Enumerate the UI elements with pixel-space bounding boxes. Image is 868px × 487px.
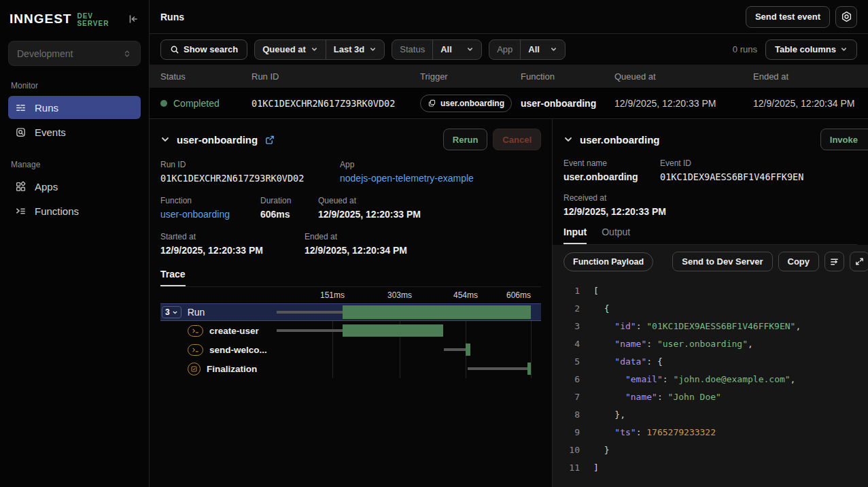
span-duration-bar[interactable] bbox=[343, 324, 443, 337]
copy-button[interactable]: Copy bbox=[778, 252, 820, 271]
sidebar-item-functions[interactable]: Functions bbox=[8, 199, 141, 222]
run-id-value: 01KC1DEXCHR2N617Z93RK0VD02 bbox=[251, 98, 420, 109]
app-link[interactable]: nodejs-open-telemetry-example bbox=[340, 173, 541, 184]
cancel-button[interactable]: Cancel bbox=[493, 129, 541, 150]
expand-button[interactable] bbox=[850, 252, 868, 271]
rerun-button[interactable]: Rerun bbox=[443, 129, 488, 150]
page-title: Runs bbox=[160, 12, 184, 22]
code-line: 10 } bbox=[562, 441, 868, 459]
invoke-button[interactable]: Invoke bbox=[820, 129, 868, 150]
run-id-label: Run ID bbox=[160, 160, 340, 169]
sidebar-item-apps[interactable]: Apps bbox=[8, 175, 141, 198]
span-duration-bar[interactable] bbox=[343, 305, 531, 319]
trace-row-finalization[interactable]: Finalization bbox=[160, 359, 541, 378]
word-wrap-button[interactable] bbox=[824, 252, 844, 271]
time-range-dropdown[interactable]: Last 3d bbox=[326, 40, 385, 59]
functions-icon bbox=[15, 205, 27, 217]
queued-at-label: Queued at bbox=[318, 196, 541, 205]
tab-trace[interactable]: Trace bbox=[160, 269, 186, 286]
send-to-dev-server-button[interactable]: Send to Dev Server bbox=[672, 252, 772, 271]
chevron-down-icon bbox=[311, 46, 318, 53]
code-line: 6 "email": "john.doe@example.com", bbox=[562, 371, 868, 388]
send-test-event-button[interactable]: Send test event bbox=[746, 6, 830, 28]
sidebar-item-label: Runs bbox=[35, 102, 58, 114]
received-at-value: 12/9/2025, 12:20:33 PM bbox=[563, 206, 857, 217]
code-line: 3 "id": "01KC1DEX9AESS6BF1V46FFK9EN", bbox=[562, 318, 868, 335]
run-status-cell: Completed bbox=[160, 98, 251, 109]
step-terminal-icon bbox=[188, 344, 203, 356]
finalization-icon bbox=[188, 363, 201, 375]
maximize-icon bbox=[854, 256, 865, 267]
chevron-down-icon bbox=[369, 46, 377, 53]
table-columns-button[interactable]: Table columns bbox=[765, 39, 857, 60]
status-filter-dropdown[interactable]: All bbox=[432, 40, 481, 59]
trace-tick-label: 303ms bbox=[387, 290, 412, 300]
details-area: user-onboarding Rerun Cancel Run ID 01KC… bbox=[150, 119, 868, 487]
collapse-run-details-icon[interactable] bbox=[160, 135, 170, 144]
show-search-button[interactable]: Show search bbox=[160, 39, 247, 60]
trace-row-run[interactable]: 3Run bbox=[160, 303, 541, 321]
workspace-select[interactable]: Development bbox=[8, 41, 141, 66]
span-duration-bar[interactable] bbox=[527, 363, 531, 375]
span-duration-bar[interactable] bbox=[466, 343, 470, 356]
step-count-badge[interactable]: 3 bbox=[162, 306, 181, 318]
unfold-icon bbox=[122, 49, 132, 58]
app-filter-dropdown[interactable]: All bbox=[520, 40, 565, 59]
trace-row-label: Finalization bbox=[207, 364, 257, 374]
duration-value: 606ms bbox=[260, 209, 318, 220]
tab-input[interactable]: Input bbox=[563, 226, 587, 244]
external-link-icon[interactable] bbox=[264, 135, 275, 145]
word-wrap-icon bbox=[829, 256, 839, 267]
app-root: INNGEST DEV SERVER Development Monitor R… bbox=[0, 0, 868, 487]
runs-table-header: Status Run ID Trigger Function Queued at… bbox=[150, 65, 868, 88]
sidebar-item-events[interactable]: Events bbox=[8, 120, 141, 144]
tab-output[interactable]: Output bbox=[602, 226, 630, 244]
trace-row-label: create-user bbox=[209, 326, 259, 336]
sidebar-collapse-icon[interactable] bbox=[127, 13, 139, 25]
line-number: 9 bbox=[562, 424, 580, 441]
table-row[interactable]: Completed 01KC1DEXCHR2N617Z93RK0VD02 use… bbox=[150, 88, 868, 119]
time-field-dropdown[interactable]: Queued at bbox=[255, 40, 326, 59]
event-title: user.onboarding bbox=[580, 134, 660, 146]
event-details-pane: user.onboarding Invoke Event name user.o… bbox=[553, 119, 868, 487]
column-header-status: Status bbox=[160, 71, 251, 82]
apps-icon bbox=[15, 181, 27, 192]
started-at-value: 12/9/2025, 12:20:33 PM bbox=[160, 245, 305, 256]
nav-section-monitor: Monitor bbox=[11, 81, 138, 90]
sidebar-item-runs[interactable]: Runs bbox=[8, 96, 141, 119]
nav-section-manage: Manage bbox=[11, 160, 138, 169]
line-number: 6 bbox=[562, 371, 580, 388]
ended-at-cell: 12/9/2025, 12:20:34 PM bbox=[753, 98, 868, 109]
status-filter-group: Status All bbox=[392, 39, 482, 60]
column-header-queued-at: Queued at bbox=[614, 71, 753, 82]
column-header-function: Function bbox=[521, 71, 614, 82]
chevron-down-icon bbox=[550, 46, 557, 53]
event-name-label: Event name bbox=[563, 158, 660, 168]
runs-count: 0 runs bbox=[733, 44, 757, 54]
events-icon bbox=[15, 127, 27, 138]
payload-json-editor[interactable]: 1[2 {3 "id": "01KC1DEX9AESS6BF1V46FFK9EN… bbox=[553, 275, 868, 487]
trace-row-create-user[interactable]: create-user bbox=[160, 321, 541, 340]
runs-icon bbox=[15, 102, 27, 114]
trigger-event-pill[interactable]: user.onboarding bbox=[420, 95, 512, 112]
code-line: 11] bbox=[562, 459, 868, 477]
trace-row-send-welco-[interactable]: send-welco... bbox=[160, 340, 541, 359]
app-filter-group: App All bbox=[489, 39, 566, 60]
code-line: 1[ bbox=[562, 282, 868, 300]
event-icon bbox=[428, 99, 436, 107]
sidebar-item-label: Functions bbox=[35, 205, 79, 217]
queue-duration-line bbox=[468, 367, 528, 370]
queued-at-value: 12/9/2025, 12:20:33 PM bbox=[318, 209, 541, 220]
chevron-down-icon bbox=[466, 46, 474, 53]
trace-tick-label: 606ms bbox=[506, 290, 531, 300]
trace-row-label: send-welco... bbox=[209, 345, 267, 355]
status-dot-completed bbox=[160, 100, 167, 107]
function-link[interactable]: user-onboarding bbox=[160, 209, 260, 220]
collapse-event-details-icon[interactable] bbox=[563, 135, 573, 144]
settings-button[interactable] bbox=[835, 6, 857, 28]
line-number: 7 bbox=[562, 388, 580, 406]
received-at-label: Received at bbox=[563, 193, 857, 203]
status-filter-label: Status bbox=[392, 40, 432, 59]
sidebar-item-label: Events bbox=[35, 127, 66, 138]
code-line: 2 { bbox=[562, 300, 868, 318]
